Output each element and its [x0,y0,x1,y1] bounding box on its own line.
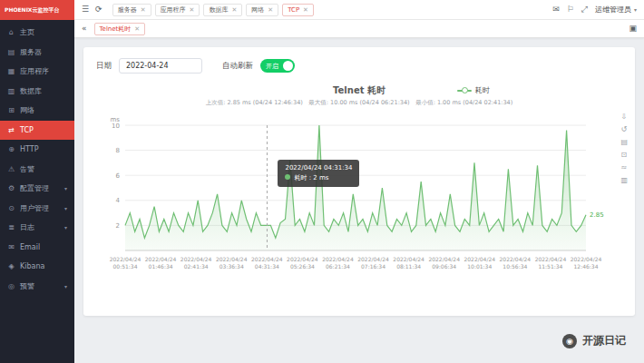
fullscreen-icon[interactable]: ⤢ [581,5,588,14]
subtab-strip: Telnet耗时✕ [94,23,622,35]
svg-text:2022/04/24: 2022/04/24 [571,256,602,262]
plot-area: 246810ms2022/04/2400:51:342022/04/2401:4… [96,113,622,294]
tcp-icon: ⇄ [7,126,15,134]
tab-network[interactable]: 网络✕ [246,4,278,16]
close-icon[interactable]: ✕ [134,25,140,33]
footer-brand: ◉ 开源日记 [562,333,626,348]
legend-item[interactable]: 耗时 [457,85,490,95]
sidebar-item-server[interactable]: ▤服务器 [0,43,74,63]
sidebar-menu: ⌂主页▤服务器▦应用程序▥数据库⊞网络⇄TCP⊕HTTP⚠告警⚙配置管理▾⊙用户… [0,20,74,296]
sidebar-item-application[interactable]: ▦应用程序 [0,62,74,82]
sidebar-item-logs[interactable]: ≣日志▾ [0,218,74,238]
topbar: ☰ ⟳ 服务器✕应用程序✕数据库✕网络✕TCP✕ ✉ ⚐ ⤢ 运维管理员 ▾ [74,0,644,20]
sidebar-item-home[interactable]: ⌂主页 [0,23,74,43]
svg-text:02:41:34: 02:41:34 [184,263,209,270]
sidebar-item-users[interactable]: ⊙用户管理▾ [0,199,74,219]
telnet-latency-chart: Telnet 耗时 上次值: 2.85 ms (04/24 12:46:34) … [93,84,626,294]
subtab-telnet[interactable]: Telnet耗时✕ [94,23,146,35]
tab-label: Telnet耗时 [100,25,132,34]
tab-server[interactable]: 服务器✕ [112,4,151,16]
app-logo: PHOENIX云监控平台 [0,0,74,20]
database-icon: ▥ [7,87,15,95]
tab-database[interactable]: 数据库✕ [203,4,242,16]
svg-text:04:31:34: 04:31:34 [255,263,279,270]
hamburger-menu-icon[interactable]: ☰ [82,5,89,14]
svg-text:2022/04/24: 2022/04/24 [251,256,283,262]
alarm-icon: ⚠ [7,165,15,173]
svg-text:8: 8 [116,147,120,154]
kibana-icon: ◈ [7,262,15,270]
svg-text:2022/04/24: 2022/04/24 [322,256,354,262]
sidebar-item-database[interactable]: ▥数据库 [0,82,74,102]
svg-text:4: 4 [116,197,121,204]
sidebar-item-label: 服务器 [20,47,42,57]
chart-card: 日期 自动刷新 开启 Telnet 耗时 上次值: 2.85 ms (04/24… [83,47,635,316]
content-area: 日期 自动刷新 开启 Telnet 耗时 上次值: 2.85 ms (04/24… [74,38,644,363]
tab-tcp[interactable]: TCP✕ [282,4,314,16]
date-input[interactable] [119,58,202,74]
brand-logo-icon: ◉ [562,334,577,348]
svg-text:2022/04/24: 2022/04/24 [535,256,567,262]
svg-text:6: 6 [116,172,121,180]
plot-svg[interactable]: 246810ms2022/04/2400:51:342022/04/2401:4… [96,113,622,294]
close-icon[interactable]: ✕ [190,6,195,14]
filter-bar: 日期 自动刷新 开启 [93,56,626,84]
sidebar-item-http[interactable]: ⊕HTTP [0,140,74,160]
sidebar-item-email[interactable]: ✉Email [0,238,74,258]
flag-icon[interactable]: ⚐ [567,5,574,14]
app-root: PHOENIX云监控平台 ⌂主页▤服务器▦应用程序▥数据库⊞网络⇄TCP⊕HTT… [0,0,644,363]
chart-title: Telnet 耗时 [96,84,622,97]
svg-text:2022/04/24: 2022/04/24 [216,256,248,262]
tab-label: 网络 [251,5,264,15]
auto-refresh-label: 自动刷新 [222,61,253,72]
forewarn-icon: ◎ [7,282,15,290]
sidebar-item-label: 主页 [20,27,34,37]
svg-text:09:06:34: 09:06:34 [432,263,456,270]
svg-text:2022/04/24: 2022/04/24 [463,256,495,262]
chevron-down-icon: ▾ [64,224,67,231]
sidebar-item-network[interactable]: ⊞网络 [0,101,74,121]
chevron-down-icon: ▾ [634,6,637,13]
close-icon[interactable]: ✕ [231,6,237,14]
toggle-state-label: 开启 [266,62,278,71]
sidebar-item-forewarn[interactable]: ◎预警▾ [0,277,74,297]
date-label: 日期 [96,61,112,72]
svg-text:03:36:34: 03:36:34 [220,263,244,270]
tab-label: TCP [288,6,299,14]
sidebar-item-kibana[interactable]: ◈Kibana [0,257,74,277]
user-menu[interactable]: 运维管理员 ▾ [595,5,637,15]
user-name: 运维管理员 [595,5,631,15]
svg-text:2022/04/24: 2022/04/24 [357,256,389,262]
logs-icon: ≣ [7,223,15,231]
scroll-left-icon[interactable]: « [82,25,87,33]
svg-text:11:51:34: 11:51:34 [538,263,562,270]
svg-text:05:26:34: 05:26:34 [290,263,315,270]
sidebar-item-label: 数据库 [20,86,42,96]
chart-stats: 上次值: 2.85 ms (04/24 12:46:34) 最大值: 10.00… [96,99,622,107]
close-icon[interactable]: ✕ [141,6,146,14]
svg-text:2022/04/24: 2022/04/24 [145,256,177,262]
brand-name: 开源日记 [582,333,626,348]
tab-label: 应用程序 [161,5,186,15]
sidebar-item-alarm[interactable]: ⚠告警 [0,160,74,180]
auto-refresh-toggle[interactable]: 开启 [260,59,295,73]
panel-layout-icon[interactable]: ▣ [629,25,637,33]
tab-application[interactable]: 应用程序✕ [155,4,200,16]
tab-label: 服务器 [118,5,137,15]
close-icon[interactable]: ✕ [303,6,308,14]
users-icon: ⊙ [7,204,15,212]
sidebar-item-config[interactable]: ⚙配置管理▾ [0,179,74,199]
svg-text:2.85: 2.85 [590,211,604,219]
sidebar-item-label: 日志 [20,222,34,232]
chevron-down-icon: ▾ [64,185,67,191]
svg-text:10:01:34: 10:01:34 [467,263,492,270]
message-icon[interactable]: ✉ [552,5,560,14]
refresh-icon[interactable]: ⟳ [95,5,102,14]
sidebar-item-tcp[interactable]: ⇄TCP [0,121,74,141]
http-icon: ⊕ [7,145,15,153]
close-icon[interactable]: ✕ [268,6,273,14]
svg-text:07:16:34: 07:16:34 [361,263,385,270]
sidebar-item-label: 网络 [20,105,34,115]
application-icon: ▦ [7,67,15,75]
svg-text:2022/04/24: 2022/04/24 [110,256,141,262]
